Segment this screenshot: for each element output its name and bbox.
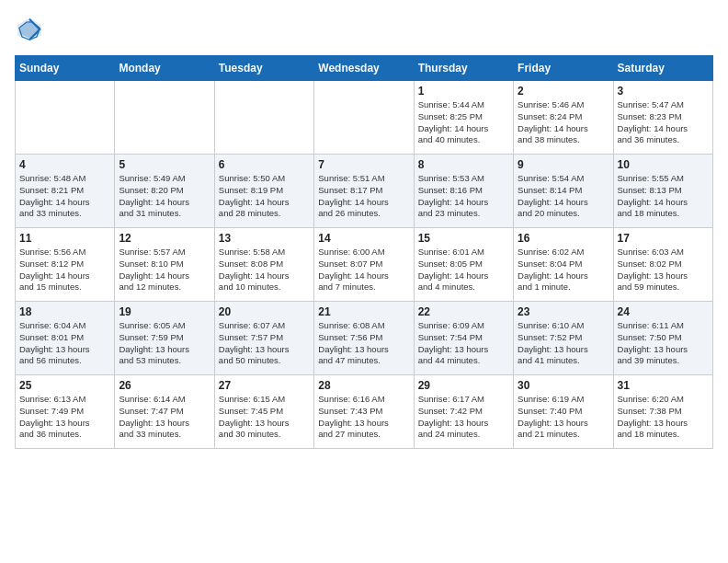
day-content: Sunrise: 5:47 AM Sunset: 8:23 PM Dayligh… <box>618 99 709 146</box>
day-cell-9: 9Sunrise: 5:54 AM Sunset: 8:14 PM Daylig… <box>514 155 613 228</box>
day-content: Sunrise: 6:01 AM Sunset: 8:05 PM Dayligh… <box>418 247 509 293</box>
header-day-sunday: Sunday <box>16 56 115 81</box>
day-number: 20 <box>219 305 310 318</box>
week-row-1: 1Sunrise: 5:44 AM Sunset: 8:25 PM Daylig… <box>16 81 713 155</box>
day-cell-8: 8Sunrise: 5:53 AM Sunset: 8:16 PM Daylig… <box>414 155 513 228</box>
day-number: 26 <box>119 379 210 392</box>
day-number: 1 <box>418 85 509 98</box>
day-cell-31: 31Sunrise: 6:20 AM Sunset: 7:38 PM Dayli… <box>613 375 712 449</box>
week-row-5: 25Sunrise: 6:13 AM Sunset: 7:49 PM Dayli… <box>16 375 713 449</box>
day-content: Sunrise: 5:48 AM Sunset: 8:21 PM Dayligh… <box>19 173 110 220</box>
day-number: 28 <box>318 379 409 392</box>
day-cell-empty-2 <box>214 81 313 155</box>
day-cell-2: 2Sunrise: 5:46 AM Sunset: 8:24 PM Daylig… <box>514 81 613 155</box>
day-content: Sunrise: 5:58 AM Sunset: 8:08 PM Dayligh… <box>219 247 310 293</box>
day-cell-24: 24Sunrise: 6:11 AM Sunset: 7:50 PM Dayli… <box>613 302 712 375</box>
day-number: 23 <box>518 305 609 318</box>
day-number: 29 <box>418 379 509 392</box>
day-content: Sunrise: 6:07 AM Sunset: 7:57 PM Dayligh… <box>219 320 310 367</box>
day-number: 17 <box>618 232 709 245</box>
day-number: 30 <box>518 379 609 392</box>
day-cell-26: 26Sunrise: 6:14 AM Sunset: 7:47 PM Dayli… <box>115 375 214 449</box>
day-content: Sunrise: 6:10 AM Sunset: 7:52 PM Dayligh… <box>518 320 609 367</box>
day-number: 15 <box>418 232 509 245</box>
header-row: SundayMondayTuesdayWednesdayThursdayFrid… <box>16 56 713 81</box>
day-content: Sunrise: 6:03 AM Sunset: 8:02 PM Dayligh… <box>618 247 709 293</box>
day-number: 8 <box>418 158 509 171</box>
day-content: Sunrise: 6:13 AM Sunset: 7:49 PM Dayligh… <box>19 394 110 441</box>
day-content: Sunrise: 5:51 AM Sunset: 8:17 PM Dayligh… <box>318 173 409 220</box>
calendar-table: SundayMondayTuesdayWednesdayThursdayFrid… <box>15 55 713 449</box>
day-cell-21: 21Sunrise: 6:08 AM Sunset: 7:56 PM Dayli… <box>314 302 414 375</box>
day-content: Sunrise: 6:16 AM Sunset: 7:43 PM Dayligh… <box>318 394 409 441</box>
day-content: Sunrise: 6:20 AM Sunset: 7:38 PM Dayligh… <box>618 394 709 441</box>
day-number: 22 <box>418 305 509 318</box>
day-content: Sunrise: 6:02 AM Sunset: 8:04 PM Dayligh… <box>518 247 609 293</box>
day-cell-5: 5Sunrise: 5:49 AM Sunset: 8:20 PM Daylig… <box>115 155 214 228</box>
day-content: Sunrise: 6:19 AM Sunset: 7:40 PM Dayligh… <box>518 394 609 441</box>
header-day-tuesday: Tuesday <box>214 56 313 81</box>
day-content: Sunrise: 5:55 AM Sunset: 8:13 PM Dayligh… <box>618 173 709 220</box>
day-number: 13 <box>219 232 310 245</box>
day-number: 2 <box>518 85 609 98</box>
day-cell-14: 14Sunrise: 6:00 AM Sunset: 8:07 PM Dayli… <box>314 228 414 302</box>
day-content: Sunrise: 6:09 AM Sunset: 7:54 PM Dayligh… <box>418 320 509 367</box>
day-cell-29: 29Sunrise: 6:17 AM Sunset: 7:42 PM Dayli… <box>414 375 513 449</box>
day-cell-19: 19Sunrise: 6:05 AM Sunset: 7:59 PM Dayli… <box>115 302 214 375</box>
day-cell-3: 3Sunrise: 5:47 AM Sunset: 8:23 PM Daylig… <box>613 81 712 155</box>
week-row-2: 4Sunrise: 5:48 AM Sunset: 8:21 PM Daylig… <box>16 155 713 228</box>
logo-icon <box>15 15 44 44</box>
day-number: 25 <box>19 379 110 392</box>
day-cell-30: 30Sunrise: 6:19 AM Sunset: 7:40 PM Dayli… <box>514 375 613 449</box>
day-cell-empty-0 <box>16 81 115 155</box>
day-content: Sunrise: 5:50 AM Sunset: 8:19 PM Dayligh… <box>219 173 310 220</box>
day-content: Sunrise: 5:54 AM Sunset: 8:14 PM Dayligh… <box>518 173 609 220</box>
day-cell-16: 16Sunrise: 6:02 AM Sunset: 8:04 PM Dayli… <box>514 228 613 302</box>
day-cell-empty-3 <box>314 81 414 155</box>
day-cell-28: 28Sunrise: 6:16 AM Sunset: 7:43 PM Dayli… <box>314 375 414 449</box>
day-number: 6 <box>219 158 310 171</box>
day-cell-4: 4Sunrise: 5:48 AM Sunset: 8:21 PM Daylig… <box>16 155 115 228</box>
week-row-3: 11Sunrise: 5:56 AM Sunset: 8:12 PM Dayli… <box>16 228 713 302</box>
day-number: 3 <box>618 85 709 98</box>
day-content: Sunrise: 5:56 AM Sunset: 8:12 PM Dayligh… <box>19 247 110 293</box>
day-number: 31 <box>618 379 709 392</box>
day-content: Sunrise: 5:49 AM Sunset: 8:20 PM Dayligh… <box>119 173 210 220</box>
day-content: Sunrise: 6:08 AM Sunset: 7:56 PM Dayligh… <box>318 320 409 367</box>
day-cell-12: 12Sunrise: 5:57 AM Sunset: 8:10 PM Dayli… <box>115 228 214 302</box>
day-content: Sunrise: 5:44 AM Sunset: 8:25 PM Dayligh… <box>418 99 509 146</box>
day-number: 10 <box>618 158 709 171</box>
header-day-monday: Monday <box>115 56 214 81</box>
week-row-4: 18Sunrise: 6:04 AM Sunset: 8:01 PM Dayli… <box>16 302 713 375</box>
day-cell-23: 23Sunrise: 6:10 AM Sunset: 7:52 PM Dayli… <box>514 302 613 375</box>
day-number: 14 <box>318 232 409 245</box>
day-cell-6: 6Sunrise: 5:50 AM Sunset: 8:19 PM Daylig… <box>214 155 313 228</box>
day-content: Sunrise: 5:57 AM Sunset: 8:10 PM Dayligh… <box>119 247 210 293</box>
day-cell-1: 1Sunrise: 5:44 AM Sunset: 8:25 PM Daylig… <box>414 81 513 155</box>
day-cell-18: 18Sunrise: 6:04 AM Sunset: 8:01 PM Dayli… <box>16 302 115 375</box>
day-cell-17: 17Sunrise: 6:03 AM Sunset: 8:02 PM Dayli… <box>613 228 712 302</box>
day-number: 16 <box>518 232 609 245</box>
day-cell-empty-1 <box>115 81 214 155</box>
header-day-thursday: Thursday <box>414 56 513 81</box>
day-content: Sunrise: 6:00 AM Sunset: 8:07 PM Dayligh… <box>318 247 409 293</box>
day-content: Sunrise: 5:46 AM Sunset: 8:24 PM Dayligh… <box>518 99 609 146</box>
day-content: Sunrise: 6:17 AM Sunset: 7:42 PM Dayligh… <box>418 394 509 441</box>
day-cell-22: 22Sunrise: 6:09 AM Sunset: 7:54 PM Dayli… <box>414 302 513 375</box>
day-cell-11: 11Sunrise: 5:56 AM Sunset: 8:12 PM Dayli… <box>16 228 115 302</box>
header <box>15 15 713 44</box>
day-number: 19 <box>119 305 210 318</box>
day-number: 24 <box>618 305 709 318</box>
day-content: Sunrise: 6:15 AM Sunset: 7:45 PM Dayligh… <box>219 394 310 441</box>
logo <box>15 15 48 44</box>
day-number: 18 <box>19 305 110 318</box>
day-cell-15: 15Sunrise: 6:01 AM Sunset: 8:05 PM Dayli… <box>414 228 513 302</box>
header-day-friday: Friday <box>514 56 613 81</box>
day-content: Sunrise: 5:53 AM Sunset: 8:16 PM Dayligh… <box>418 173 509 220</box>
day-number: 21 <box>318 305 409 318</box>
day-number: 5 <box>119 158 210 171</box>
day-cell-25: 25Sunrise: 6:13 AM Sunset: 7:49 PM Dayli… <box>16 375 115 449</box>
day-number: 7 <box>318 158 409 171</box>
day-number: 12 <box>119 232 210 245</box>
day-number: 27 <box>219 379 310 392</box>
